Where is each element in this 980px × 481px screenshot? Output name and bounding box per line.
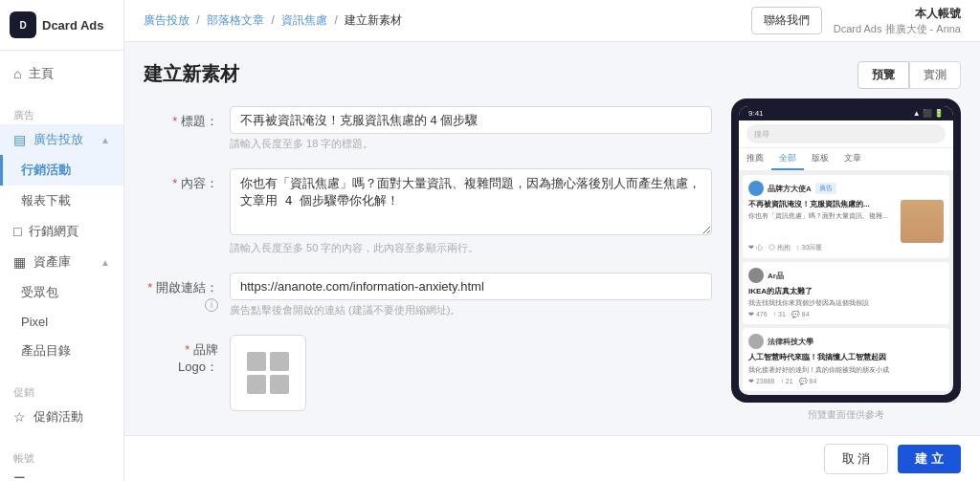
breadcrumb: 廣告投放 / 部落格文章 / 資訊焦慮 / 建立新素材 [144,12,402,29]
preview-panel: 預覽 實測 9:41 ▲ ⬛ 🔋 搜尋 推薦 全 [731,61,961,416]
page-title: 建立新素材 [144,61,712,87]
cancel-button[interactable]: 取 消 [824,444,889,474]
feed-card-1: Ar品 IKEA的店真太難了 我去找我找你來買個沙發因為這個我假設 ❤ 476 … [743,262,949,324]
breadcrumb-item-2[interactable]: 部落格文章 [207,13,264,27]
sidebar-ad-section-label: 廣告 [0,104,123,124]
sidebar-item-campaign[interactable]: 行銷活動 [0,155,123,186]
breadcrumb-item-3[interactable]: 資訊焦慮 [281,13,327,27]
breadcrumb-sep-2: / [271,13,274,27]
sidebar-item-home[interactable]: ⌂ 主頁 [0,58,123,89]
phone-nav-article[interactable]: 文章 [836,148,869,170]
breadcrumb-sep-3: / [334,13,337,27]
marketing-icon: □ [13,224,21,239]
breadcrumb-item-1[interactable]: 廣告投放 [144,13,189,27]
logo-box-2 [270,352,289,371]
phone-nav-board[interactable]: 版板 [804,148,836,170]
sidebar-account-section-label: 帳號 [0,448,123,468]
statusbar-time: 9:41 [748,109,764,118]
account-icon: ☰ [13,474,26,481]
title-label: 標題： [144,106,230,130]
feed-reaction-heart: ❤ 心 [748,243,763,252]
sidebar-report-label: 報表下載 [21,192,71,209]
breadcrumb-sep-1: / [196,13,199,27]
phone-nav-recommend[interactable]: 推薦 [739,148,771,170]
feed-r2-heart: ❤ 23888 [748,378,774,385]
logo-boxes [247,352,289,394]
promo-icon: ☆ [13,409,26,425]
feed-reactions-1: ❤ 476 ↑ 31 💬 84 [748,311,944,318]
sidebar: D Dcard Ads ⌂ 主頁 廣告 ▤ 廣告投放 ▲ 行銷活動 報表下載 □… [0,0,124,481]
sidebar-audience-label: 受眾包 [21,284,58,301]
content-field: 你也有「資訊焦慮」嗎？面對大量資訊、複雜問題，因為擔心落後別人而產生焦慮，文章用… [230,168,712,255]
tab-preview[interactable]: 預覽 [858,61,909,89]
statusbar-icons: ▲ ⬛ 🔋 [913,109,944,118]
sidebar-item-assets[interactable]: ▦ 資產庫 ▲ [0,247,123,277]
sidebar-item-audience[interactable]: 受眾包 [0,277,123,308]
feed-reactions-2: ❤ 23888 ↑ 21 💬 84 [748,378,944,385]
assets-icon: ▦ [13,254,26,270]
feed-r1-up: ↑ 31 [773,311,786,318]
sidebar-marketing-label: 行銷網頁 [29,223,78,240]
phone-mockup: 9:41 ▲ ⬛ 🔋 搜尋 推薦 全部 版板 文章 [731,98,961,403]
feed-reactions-ad: ❤ 心 ◎ 抱抱 ↑ 30回覆 [748,243,944,252]
phone-nav-all[interactable]: 全部 [771,148,804,170]
sidebar-promo-section-label: 促銷 [0,382,123,402]
feed-card-ad: 品牌方大使A 廣告 不再被資訊淹沒！克服資訊焦慮的... 你也有「資訊焦慮」嗎？… [743,175,949,258]
content-hint: 請輸入長度至多 50 字的內容，此內容至多顯示兩行。 [230,241,712,255]
search-placeholder: 搜尋 [754,129,769,140]
sidebar-item-ad-delivery[interactable]: ▤ 廣告投放 ▲ [0,124,123,155]
phone-feed: 品牌方大使A 廣告 不再被資訊淹沒！克服資訊焦慮的... 你也有「資訊焦慮」嗎？… [739,171,953,395]
tab-realtest[interactable]: 實測 [909,61,961,89]
feed-reaction-reply: ↑ 30回覆 [796,243,822,252]
content-input[interactable]: 你也有「資訊焦慮」嗎？面對大量資訊、複雜問題，因為擔心落後別人而產生焦慮，文章用… [230,168,712,235]
sidebar-promo-label: 促銷活動 [33,408,83,426]
submit-button[interactable]: 建 立 [898,445,961,473]
phone-searchbar: 搜尋 [739,120,953,148]
feed-thumb-ad [901,200,944,243]
topbar-right: 聯絡我們 本人帳號 Dcard Ads 推廣大使 - Anna [751,6,961,36]
logo-row: 品牌 Logo： 最佳尺寸 >= 128px × 128px (1:1 [144,335,712,416]
link-input[interactable] [230,273,712,300]
preview-note: 預覽畫面僅供參考 [731,408,961,422]
feed-card-2-title: 人工智慧時代來臨！我搞懂人工智慧起因 [748,353,944,362]
sidebar-pixel-label: Pixel [21,315,48,329]
sidebar-ad-section: 廣告 ▤ 廣告投放 ▲ 行銷活動 報表下載 □ 行銷網頁 ▦ 資產庫 ▲ 受眾包… [0,97,123,374]
title-hint: 請輸入長度至多 18 字的標題。 [230,137,712,151]
sidebar-item-marketing-page[interactable]: □ 行銷網頁 [0,216,123,247]
main-panel: 廣告投放 / 部落格文章 / 資訊焦慮 / 建立新素材 聯絡我們 本人帳號 Dc… [124,0,980,481]
feed-card-ad-title: 不再被資訊淹沒！克服資訊焦慮的... [748,200,897,209]
feed-r2-up: ↑ 21 [780,378,792,385]
logo-icon: D [19,20,26,31]
home-icon: ⌂ [13,66,21,81]
asset-expand-icon: ▲ [100,257,110,268]
footer: 取 消 建 立 [124,435,980,481]
form-panel: 建立新素材 標題： 請輸入長度至多 18 字的標題。 內容： 你也有「資訊焦慮」… [144,61,712,416]
feed-avatar-1 [748,268,764,283]
feed-card-2: 法律科技大學 人工智慧時代來臨！我搞懂人工智慧起因 我化接著好好的達到！真的你能… [743,328,949,390]
feed-card-ad-header: 品牌方大使A 廣告 [748,181,944,196]
link-row: 開啟連結：i 廣告點擊後會開啟的連結 (建議不要使用縮網址)。 [144,273,712,317]
account-name: 本人帳號 [834,6,961,22]
feed-card-2-body: 我化接著好好的達到！真的你能被我的朋友小成 [748,365,944,374]
feed-card-2-header: 法律科技大學 [748,334,944,349]
sidebar-item-catalog[interactable]: 產品目錄 [0,336,123,366]
feed-avatar-ad [748,181,764,196]
title-row: 標題： 請輸入長度至多 18 字的標題。 [144,106,712,151]
title-input[interactable] [230,106,712,134]
content-area: 建立新素材 標題： 請輸入長度至多 18 字的標題。 內容： 你也有「資訊焦慮」… [124,42,980,435]
sidebar-asset-label: 資產庫 [33,253,71,271]
sidebar-item-pixel[interactable]: Pixel [0,308,123,336]
sidebar-item-account[interactable]: ☰ [0,468,123,481]
phone-search-input: 搜尋 [746,124,946,143]
feed-username-2: 法律科技大學 [768,337,813,347]
preview-tabs: 預覽 實測 [731,61,961,89]
account-sub: Dcard Ads 推廣大使 - Anna [834,22,961,36]
sidebar-item-report[interactable]: 報表下載 [0,186,123,216]
sidebar-account-section: 帳號 ☰ [0,440,123,481]
ad-icon: ▤ [13,132,26,147]
logo-upload[interactable] [230,335,306,411]
sidebar-item-promo[interactable]: ☆ 促銷活動 [0,402,123,432]
contact-button[interactable]: 聯絡我們 [751,7,822,34]
link-info-icon[interactable]: i [205,298,218,312]
sidebar-header: D Dcard Ads [0,0,123,51]
